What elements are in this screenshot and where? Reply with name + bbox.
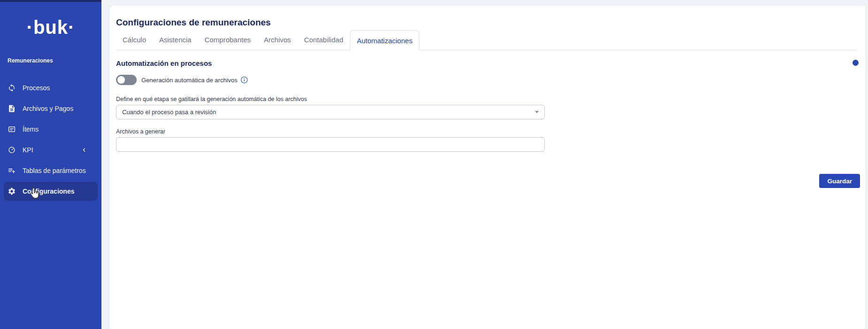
page-title: Configuraciones de remuneraciones xyxy=(116,16,866,29)
save-button[interactable]: Guardar xyxy=(819,174,860,188)
automations-panel: Automatización en procesos Generación au… xyxy=(116,59,866,188)
stage-field: Define en qué etapa se gatillará la gene… xyxy=(116,96,866,119)
stage-select-value: Cuando el proceso pasa a revisión xyxy=(122,109,216,116)
tab-archivos[interactable]: Archivos xyxy=(257,30,298,50)
sidebar-item-label: KPI xyxy=(23,146,33,154)
sidebar-nav: Procesos Archivos y Pagos Ítems KPI xyxy=(0,78,101,201)
sidebar-item-items[interactable]: Ítems xyxy=(4,120,98,139)
content-card: Configuraciones de remuneraciones Cálcul… xyxy=(109,5,866,329)
sidebar-section-label: Remuneraciones xyxy=(8,57,101,64)
info-icon[interactable] xyxy=(240,76,248,84)
sidebar-item-configuraciones[interactable]: Configuraciones xyxy=(4,182,98,201)
tab-bar: Cálculo Asistencia Comprobantes Archivos… xyxy=(116,30,857,50)
actions-row: Guardar xyxy=(116,174,860,188)
gauge-icon xyxy=(8,146,16,154)
sidebar-item-label: Archivos y Pagos xyxy=(23,105,73,112)
stage-field-label: Define en qué etapa se gatillará la gene… xyxy=(116,96,866,103)
files-field-label: Archivos a generar xyxy=(116,128,866,135)
sidebar-item-label: Configuraciones xyxy=(23,188,74,195)
sidebar-item-tablas-de-parametros[interactable]: Tablas de parámetros xyxy=(4,161,98,180)
tab-automatizaciones[interactable]: Automatizaciones xyxy=(350,30,419,50)
toggle-knob xyxy=(117,76,125,84)
chevron-left-icon[interactable] xyxy=(81,147,87,153)
sidebar-item-procesos[interactable]: Procesos xyxy=(4,78,98,97)
tab-calculo[interactable]: Cálculo xyxy=(116,30,153,50)
gear-icon xyxy=(8,187,16,196)
stage-select[interactable]: Cuando el proceso pasa a revisión xyxy=(116,105,545,119)
sidebar-item-kpi[interactable]: KPI xyxy=(4,141,98,159)
tab-comprobantes[interactable]: Comprobantes xyxy=(198,30,257,50)
auto-generation-toggle-row: Generación automática de archivos xyxy=(116,75,866,85)
tab-contabilidad[interactable]: Contabilidad xyxy=(297,30,349,50)
sidebar-item-archivos-y-pagos[interactable]: Archivos y Pagos xyxy=(4,99,98,118)
sidebar-top-strip xyxy=(0,0,101,2)
chevron-down-icon xyxy=(535,111,539,113)
files-to-generate-input[interactable] xyxy=(116,137,545,152)
card-list-icon xyxy=(8,125,16,133)
buk-logo: ·buk· xyxy=(0,17,101,38)
sidebar-item-label: Procesos xyxy=(23,84,50,92)
files-field: Archivos a generar xyxy=(116,128,866,152)
section-title: Automatización en procesos xyxy=(116,59,866,68)
sidebar-item-label: Tablas de parámetros xyxy=(23,167,86,174)
sidebar: ·buk· Remuneraciones Procesos Archivos y… xyxy=(0,0,101,329)
document-icon xyxy=(8,104,16,113)
sync-icon xyxy=(8,84,16,92)
toggle-label: Generación automática de archivos xyxy=(141,77,238,84)
playlist-add-icon xyxy=(8,166,16,175)
tab-asistencia[interactable]: Asistencia xyxy=(153,30,198,50)
sidebar-item-label: Ítems xyxy=(23,125,39,133)
auto-generation-toggle[interactable] xyxy=(116,75,137,85)
notification-dot[interactable] xyxy=(852,60,859,66)
